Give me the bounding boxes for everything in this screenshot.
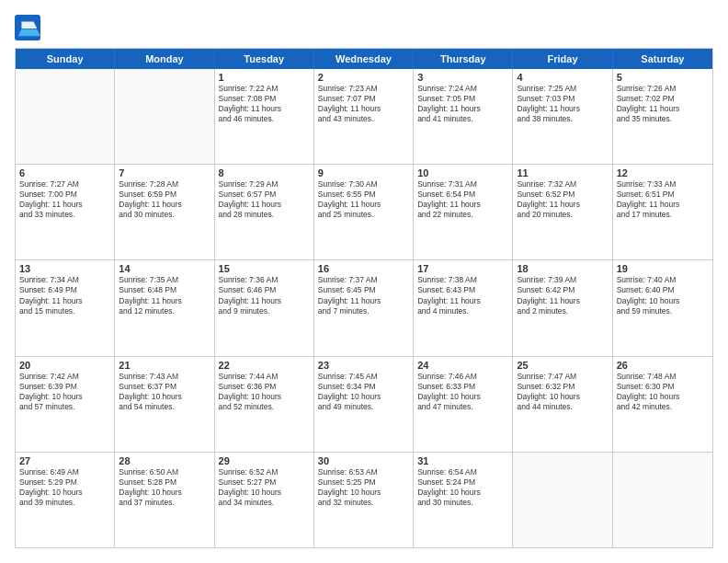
day-number: 23: [318, 360, 409, 371]
header-day-saturday: Saturday: [613, 49, 712, 69]
day-number: 10: [417, 167, 508, 178]
cell-line: Sunrise: 6:52 AM: [219, 467, 310, 477]
cal-cell: 23Sunrise: 7:45 AMSunset: 6:34 PMDayligh…: [314, 357, 414, 452]
cal-cell: 1Sunrise: 7:22 AMSunset: 7:08 PMDaylight…: [215, 69, 314, 164]
cell-line: and 30 minutes.: [417, 498, 508, 508]
cell-line: and 43 minutes.: [318, 114, 409, 124]
day-number: 13: [19, 263, 110, 274]
cal-cell: 6Sunrise: 7:27 AMSunset: 7:00 PMDaylight…: [16, 165, 115, 259]
cell-line: Sunrise: 7:26 AM: [617, 84, 709, 94]
header-day-sunday: Sunday: [16, 49, 115, 69]
day-number: 7: [119, 167, 210, 178]
cell-line: Sunrise: 7:38 AM: [417, 275, 508, 285]
cal-cell: 27Sunrise: 6:49 AMSunset: 5:29 PMDayligh…: [16, 453, 115, 547]
cell-line: Daylight: 11 hours: [318, 104, 409, 114]
cell-line: and 22 minutes.: [417, 210, 508, 220]
cell-line: Daylight: 10 hours: [19, 392, 110, 402]
day-number: 20: [19, 360, 110, 371]
cell-line: Sunset: 7:05 PM: [417, 94, 508, 104]
cell-line: Sunset: 7:02 PM: [617, 94, 709, 104]
header: [15, 15, 713, 40]
cell-line: Daylight: 11 hours: [318, 296, 409, 306]
day-number: 26: [617, 360, 709, 371]
cal-cell: [115, 69, 214, 164]
cell-line: Sunset: 6:43 PM: [417, 285, 508, 295]
cell-line: and 52 minutes.: [219, 402, 310, 412]
cell-line: Sunrise: 7:25 AM: [517, 84, 608, 94]
day-number: 11: [517, 167, 608, 178]
day-number: 9: [318, 167, 409, 178]
cell-line: and 30 minutes.: [119, 210, 210, 220]
cal-cell: 3Sunrise: 7:24 AMSunset: 7:05 PMDaylight…: [414, 69, 513, 164]
cal-cell: 9Sunrise: 7:30 AMSunset: 6:55 PMDaylight…: [314, 165, 414, 259]
cell-line: Daylight: 10 hours: [417, 488, 508, 498]
cell-line: Sunrise: 7:39 AM: [517, 275, 608, 285]
cell-line: and 54 minutes.: [119, 402, 210, 412]
cell-line: and 2 minutes.: [517, 306, 608, 316]
cell-line: Sunrise: 7:36 AM: [219, 275, 310, 285]
cell-line: Sunrise: 7:44 AM: [219, 372, 310, 382]
cal-cell: 10Sunrise: 7:31 AMSunset: 6:54 PMDayligh…: [414, 165, 513, 259]
cell-line: Sunrise: 7:28 AM: [119, 179, 210, 190]
cell-line: Daylight: 10 hours: [219, 488, 310, 498]
day-number: 24: [417, 360, 508, 371]
cal-cell: 4Sunrise: 7:25 AMSunset: 7:03 PMDaylight…: [513, 69, 612, 164]
cell-line: Daylight: 11 hours: [417, 104, 508, 114]
cell-line: Sunset: 6:33 PM: [417, 382, 508, 392]
cell-line: Daylight: 11 hours: [617, 104, 709, 114]
cell-line: Sunrise: 7:24 AM: [417, 84, 508, 94]
cell-line: Sunset: 6:51 PM: [617, 190, 709, 200]
logo: [15, 15, 44, 40]
cell-line: and 7 minutes.: [318, 306, 409, 316]
cell-line: Sunrise: 7:40 AM: [617, 275, 709, 285]
cell-line: Sunrise: 7:27 AM: [19, 179, 110, 190]
cell-line: Sunset: 7:03 PM: [517, 94, 608, 104]
cell-line: Sunrise: 6:49 AM: [19, 467, 110, 477]
cell-line: Sunrise: 6:54 AM: [417, 467, 508, 477]
cell-line: Sunset: 6:49 PM: [19, 285, 110, 295]
day-number: 14: [119, 263, 210, 274]
cal-cell: 13Sunrise: 7:34 AMSunset: 6:49 PMDayligh…: [16, 260, 115, 355]
cal-cell: 19Sunrise: 7:40 AMSunset: 6:40 PMDayligh…: [613, 260, 712, 355]
cal-cell: 8Sunrise: 7:29 AMSunset: 6:57 PMDaylight…: [215, 165, 314, 259]
cell-line: Sunrise: 7:30 AM: [318, 179, 409, 190]
cal-row-0: 1Sunrise: 7:22 AMSunset: 7:08 PMDaylight…: [16, 69, 712, 164]
cell-line: and 34 minutes.: [219, 498, 310, 508]
cell-line: Daylight: 10 hours: [617, 296, 709, 306]
header-day-wednesday: Wednesday: [314, 49, 414, 69]
cell-line: Sunset: 6:36 PM: [219, 382, 310, 392]
calendar-body: 1Sunrise: 7:22 AMSunset: 7:08 PMDaylight…: [16, 69, 712, 547]
cal-cell: 2Sunrise: 7:23 AMSunset: 7:07 PMDaylight…: [314, 69, 414, 164]
header-day-tuesday: Tuesday: [215, 49, 314, 69]
day-number: 19: [617, 263, 709, 274]
cell-line: and 49 minutes.: [318, 402, 409, 412]
cell-line: and 20 minutes.: [517, 210, 608, 220]
cell-line: Sunset: 7:00 PM: [19, 190, 110, 200]
cell-line: Sunset: 5:27 PM: [219, 477, 310, 488]
cell-line: Daylight: 11 hours: [517, 104, 608, 114]
cal-row-3: 20Sunrise: 7:42 AMSunset: 6:39 PMDayligh…: [16, 356, 712, 452]
day-number: 29: [219, 455, 310, 466]
cell-line: Daylight: 11 hours: [417, 296, 508, 306]
cal-cell: 18Sunrise: 7:39 AMSunset: 6:42 PMDayligh…: [513, 260, 612, 355]
cell-line: and 47 minutes.: [417, 402, 508, 412]
cell-line: Sunset: 6:55 PM: [318, 190, 409, 200]
day-number: 27: [19, 455, 110, 466]
cell-line: and 41 minutes.: [417, 114, 508, 124]
svg-marker-2: [18, 29, 40, 36]
cal-cell: 7Sunrise: 7:28 AMSunset: 6:59 PMDaylight…: [115, 165, 214, 259]
day-number: 6: [19, 167, 110, 178]
cell-line: Sunset: 6:59 PM: [119, 190, 210, 200]
calendar-header: SundayMondayTuesdayWednesdayThursdayFrid…: [16, 49, 712, 69]
cal-cell: 16Sunrise: 7:37 AMSunset: 6:45 PMDayligh…: [314, 260, 414, 355]
cell-line: and 59 minutes.: [617, 306, 709, 316]
cell-line: Sunset: 5:25 PM: [318, 477, 409, 488]
logo-icon: [15, 15, 40, 40]
day-number: 3: [417, 72, 508, 83]
cell-line: Sunrise: 7:37 AM: [318, 275, 409, 285]
day-number: 18: [517, 263, 608, 274]
cell-line: Daylight: 10 hours: [219, 392, 310, 402]
cell-line: Daylight: 11 hours: [617, 200, 709, 210]
cell-line: Sunset: 6:32 PM: [517, 382, 608, 392]
cell-line: Daylight: 10 hours: [417, 392, 508, 402]
